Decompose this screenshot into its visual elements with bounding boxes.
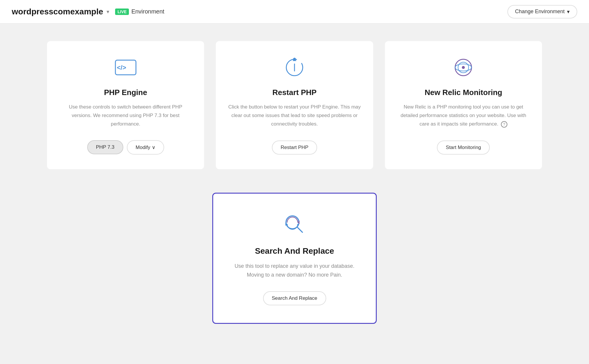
php-engine-card: </> PHP Engine Use these controls to swi…	[47, 41, 204, 169]
start-monitoring-button[interactable]: Start Monitoring	[437, 140, 490, 155]
cards-row: </> PHP Engine Use these controls to swi…	[47, 41, 542, 169]
restart-php-actions: Restart PHP	[272, 140, 317, 155]
live-badge: LIVE	[115, 9, 129, 15]
php-engine-actions: PHP 7.3 Modify ∨	[87, 140, 164, 155]
new-relic-icon	[452, 56, 475, 79]
modify-button[interactable]: Modify ∨	[127, 140, 164, 155]
svg-line-11	[297, 227, 302, 232]
change-environment-button[interactable]: Change Environment ▾	[507, 5, 577, 18]
php-engine-title: PHP Engine	[104, 88, 147, 97]
new-relic-card: New Relic Monitoring New Relic is a PHP …	[385, 41, 542, 169]
site-dropdown-icon[interactable]: ▾	[107, 9, 109, 15]
php-version-badge: PHP 7.3	[87, 140, 123, 154]
restart-php-desc: Click the button below to restart your P…	[228, 103, 361, 129]
new-relic-actions: Start Monitoring	[437, 140, 490, 155]
restart-php-icon	[283, 56, 306, 79]
php-engine-desc: Use these controls to switch between dif…	[59, 103, 192, 128]
search-replace-actions: Search And Replace	[263, 291, 326, 305]
new-relic-desc: New Relic is a PHP monitoring tool you c…	[397, 103, 530, 129]
site-name: wordpresscomexample	[12, 7, 103, 16]
new-relic-title: New Relic Monitoring	[425, 88, 502, 97]
restart-php-card: Restart PHP Click the button below to re…	[216, 41, 373, 169]
php-engine-icon: </>	[114, 56, 137, 79]
restart-php-button[interactable]: Restart PHP	[272, 140, 317, 155]
search-replace-title: Search And Replace	[255, 246, 334, 256]
main-content: </> PHP Engine Use these controls to swi…	[0, 23, 589, 341]
search-replace-desc: Use this tool to replace any value in yo…	[231, 262, 358, 280]
search-replace-icon	[281, 211, 308, 238]
header: wordpresscomexample ▾ LIVE Environment C…	[0, 0, 589, 23]
search-and-replace-card: Search And Replace Use this tool to repl…	[212, 193, 377, 324]
featured-card-wrapper: Search And Replace Use this tool to repl…	[47, 193, 542, 324]
svg-point-9	[462, 66, 465, 69]
help-icon[interactable]: ?	[501, 121, 507, 128]
environment-label: Environment	[131, 8, 164, 15]
svg-text:</>: </>	[117, 64, 126, 71]
search-and-replace-button[interactable]: Search And Replace	[263, 291, 326, 305]
restart-php-title: Restart PHP	[272, 88, 317, 97]
